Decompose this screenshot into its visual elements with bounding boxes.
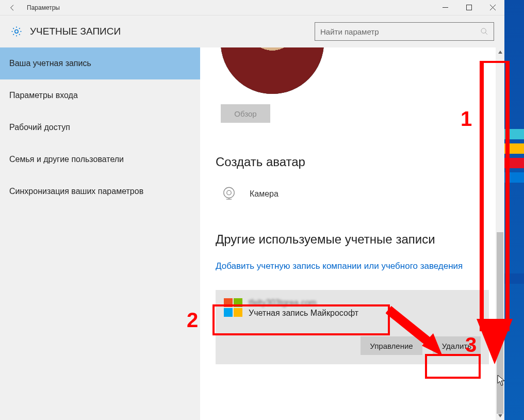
scroll-down-arrow-icon[interactable] [496, 411, 504, 420]
maximize-button[interactable] [457, 0, 481, 15]
sidebar-item-signin-options[interactable]: Параметры входа [0, 79, 200, 111]
sidebar: Ваша учетная запись Параметры входа Рабо… [0, 47, 200, 420]
create-avatar-heading: Создать аватар [216, 155, 489, 169]
sidebar-item-label: Семья и другие пользователи [9, 155, 124, 164]
add-work-school-account-link[interactable]: Добавить учетную запись компании или уче… [216, 261, 489, 271]
sidebar-item-label: Параметры входа [9, 91, 78, 100]
sidebar-item-sync-settings[interactable]: Синхронизация ваших параметров [0, 175, 200, 207]
manage-label: Управление [370, 342, 413, 350]
browse-button[interactable]: Обзор [221, 104, 270, 123]
svg-rect-0 [466, 5, 471, 10]
desktop-background-decor [503, 129, 524, 284]
scroll-thumb[interactable] [497, 232, 503, 414]
window-controls [433, 0, 504, 15]
delete-button[interactable]: Удалить [433, 336, 481, 355]
gear-icon [10, 25, 23, 38]
camera-option[interactable]: Камера [219, 184, 489, 204]
content-pane: Обзор Создать аватар Камера Другие испол… [200, 47, 504, 420]
search-icon [480, 27, 488, 36]
close-button[interactable] [481, 0, 504, 15]
sidebar-item-work-access[interactable]: Рабочий доступ [0, 111, 200, 143]
browse-label: Обзор [234, 109, 256, 118]
vertical-scrollbar[interactable] [496, 47, 504, 420]
microsoft-logo-icon [224, 298, 242, 317]
settings-window: Параметры [0, 0, 504, 420]
account-email: tfelty303tgrea.com [249, 298, 358, 308]
camera-icon [219, 184, 239, 204]
svg-point-1 [15, 30, 18, 33]
settings-header: УЧЕТНЫЕ ЗАПИСИ Найти параметр [0, 15, 504, 47]
camera-label: Камера [250, 189, 279, 199]
account-block: tfelty303tgrea.com Учетная запись Майкро… [216, 290, 489, 364]
other-accounts-heading: Другие используемые учетные записи [216, 232, 489, 247]
back-button[interactable] [0, 0, 25, 15]
search-input[interactable]: Найти параметр [315, 22, 494, 41]
sidebar-item-label: Рабочий доступ [9, 123, 70, 132]
scroll-up-arrow-icon[interactable] [496, 47, 504, 56]
account-entry[interactable]: tfelty303tgrea.com Учетная запись Майкро… [224, 298, 481, 318]
minimize-button[interactable] [433, 0, 457, 15]
delete-label: Удалить [442, 342, 471, 350]
sidebar-item-family-users[interactable]: Семья и другие пользователи [0, 143, 200, 175]
sidebar-item-label: Синхронизация ваших параметров [9, 187, 143, 196]
account-type: Учетная запись Майкрософт [249, 309, 358, 318]
svg-point-3 [224, 187, 234, 198]
sidebar-item-your-account[interactable]: Ваша учетная запись [0, 47, 200, 79]
search-placeholder: Найти параметр [320, 27, 480, 36]
svg-point-2 [481, 28, 486, 33]
header-section-title: УЧЕТНЫЕ ЗАПИСИ [30, 26, 121, 37]
avatar [221, 47, 324, 94]
window-title: Параметры [25, 4, 60, 11]
svg-point-4 [227, 190, 232, 195]
mouse-cursor-icon [497, 375, 505, 386]
manage-button[interactable]: Управление [361, 336, 422, 355]
titlebar: Параметры [0, 0, 504, 15]
sidebar-item-label: Ваша учетная запись [9, 59, 91, 68]
